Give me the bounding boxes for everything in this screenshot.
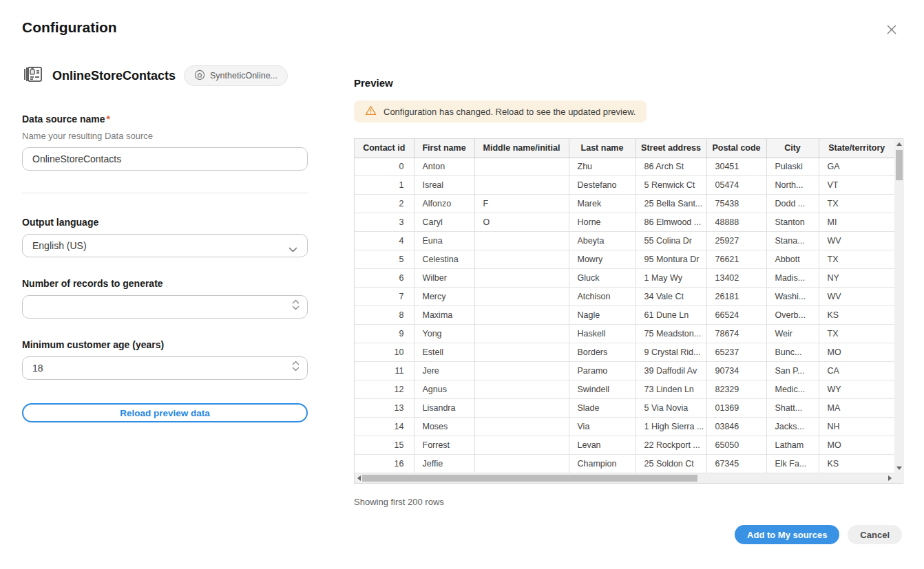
- scrollbar-corner: [894, 473, 904, 483]
- table-cell: Washi...: [766, 288, 819, 306]
- preview-title: Preview: [354, 77, 903, 89]
- column-header: Street address: [636, 139, 706, 158]
- table-cell: Maxima: [414, 306, 474, 325]
- table-header-row: Contact idFirst nameMiddle name/initialL…: [355, 139, 894, 158]
- table-cell: Agnus: [414, 380, 474, 399]
- table-cell: Via: [569, 418, 636, 436]
- vertical-scroll-thumb[interactable]: [896, 150, 903, 180]
- horizontal-scrollbar[interactable]: [355, 473, 894, 483]
- table-cell: [474, 250, 569, 269]
- column-header: First name: [414, 139, 474, 158]
- min-age-input[interactable]: [22, 356, 308, 380]
- table-cell: 25927: [706, 232, 766, 250]
- table-row: 11JereParamo39 Daffodil Av90734San P...C…: [355, 362, 894, 380]
- warning-icon: [365, 105, 377, 118]
- table-cell: 05474: [706, 176, 766, 195]
- table-cell: 13: [355, 399, 414, 418]
- table-cell: Gluck: [569, 269, 636, 288]
- preview-panel: Preview Configuration has changed. Reloa…: [354, 77, 903, 507]
- table-row: 9YongHaskell75 Meadston...78674WeirTX: [355, 325, 894, 343]
- configuration-dialog: Configuration OnlineStoreContacts: [0, 0, 924, 569]
- table-cell: WV: [819, 232, 894, 250]
- table-cell: 86 Elmwood ...: [636, 213, 706, 232]
- table-row: 8MaximaNagle61 Dune Ln66524Overb...KS: [355, 306, 894, 325]
- table-cell: Mercy: [414, 288, 474, 306]
- table-row: 7MercyAtchison34 Vale Ct26181Washi...WV: [355, 288, 894, 306]
- number-stepper-icon[interactable]: [292, 361, 300, 372]
- table-cell: [474, 288, 569, 306]
- source-badge[interactable]: SyntheticOnline...: [184, 65, 288, 86]
- reload-preview-button[interactable]: Reload preview data: [22, 403, 308, 422]
- table-cell: KS: [819, 306, 894, 325]
- table-cell: 03846: [706, 418, 766, 436]
- table-cell: KS: [819, 455, 894, 473]
- table-cell: 13402: [706, 269, 766, 288]
- dialog-title: Configuration: [22, 19, 117, 36]
- cancel-button[interactable]: Cancel: [848, 525, 902, 544]
- home-icon: [194, 69, 205, 83]
- table-cell: 5: [355, 250, 414, 269]
- warning-text: Configuration has changed. Reload to see…: [384, 107, 636, 117]
- table-cell: [474, 269, 569, 288]
- number-stepper-icon[interactable]: [292, 299, 300, 310]
- table-cell: NY: [819, 269, 894, 288]
- vertical-scrollbar[interactable]: [894, 139, 904, 473]
- add-to-sources-button[interactable]: Add to My sources: [735, 525, 839, 544]
- table-cell: TX: [819, 195, 894, 213]
- scroll-left-icon[interactable]: [357, 475, 361, 481]
- table-cell: CA: [819, 362, 894, 380]
- table-cell: Estell: [414, 343, 474, 362]
- table-cell: Jacks...: [766, 418, 819, 436]
- table-cell: GA: [819, 158, 894, 176]
- table-cell: Caryl: [414, 213, 474, 232]
- preview-table-container: Contact idFirst nameMiddle name/initialL…: [354, 138, 903, 484]
- table-cell: 90734: [706, 362, 766, 380]
- table-cell: Elk Fa...: [766, 455, 819, 473]
- table-cell: [474, 362, 569, 380]
- scroll-down-icon[interactable]: [896, 466, 902, 470]
- output-language-select[interactable]: English (US): [22, 234, 308, 257]
- scroll-right-icon[interactable]: [888, 475, 892, 481]
- table-cell: 01369: [706, 399, 766, 418]
- table-cell: Bunc...: [766, 343, 819, 362]
- table-row: 15ForrestLevan22 Rockport ...65050Latham…: [355, 436, 894, 455]
- num-records-input[interactable]: [22, 295, 308, 319]
- table-cell: Mowry: [569, 250, 636, 269]
- table-cell: [474, 343, 569, 362]
- table-cell: WV: [819, 288, 894, 306]
- table-row: 14MosesVia1 High Sierra ...03846Jacks...…: [355, 418, 894, 436]
- output-language-label: Output language: [22, 217, 308, 228]
- table-cell: 61 Dune Ln: [636, 306, 706, 325]
- chevron-down-icon: [288, 244, 297, 255]
- table-cell: Madis...: [766, 269, 819, 288]
- table-cell: 65237: [706, 343, 766, 362]
- table-cell: Abbott: [766, 250, 819, 269]
- table-cell: 12: [355, 380, 414, 399]
- num-records-field: [22, 295, 308, 319]
- table-cell: 4: [355, 232, 414, 250]
- table-cell: 39 Daffodil Av: [636, 362, 706, 380]
- table-cell: Jeffie: [414, 455, 474, 473]
- scroll-up-icon[interactable]: [896, 142, 902, 146]
- data-source-name-label: Data source name*: [22, 114, 308, 125]
- table-cell: MI: [819, 213, 894, 232]
- table-cell: Jere: [414, 362, 474, 380]
- table-cell: Stanton: [766, 213, 819, 232]
- table-cell: Champion: [569, 455, 636, 473]
- table-cell: Dodd ...: [766, 195, 819, 213]
- table-cell: 14: [355, 418, 414, 436]
- data-source-name-input[interactable]: [22, 147, 308, 171]
- table-cell: Pulaski: [766, 158, 819, 176]
- table-cell: 9 Crystal Rid...: [636, 343, 706, 362]
- table-cell: Celestina: [414, 250, 474, 269]
- table-cell: MA: [819, 399, 894, 418]
- table-cell: MO: [819, 343, 894, 362]
- close-button[interactable]: [884, 23, 899, 39]
- table-cell: F: [474, 195, 569, 213]
- table-cell: WY: [819, 380, 894, 399]
- horizontal-scroll-thumb[interactable]: [362, 475, 697, 482]
- table-cell: 5 Via Novia: [636, 399, 706, 418]
- table-cell: Moses: [414, 418, 474, 436]
- table-cell: 82329: [706, 380, 766, 399]
- table-cell: Nagle: [569, 306, 636, 325]
